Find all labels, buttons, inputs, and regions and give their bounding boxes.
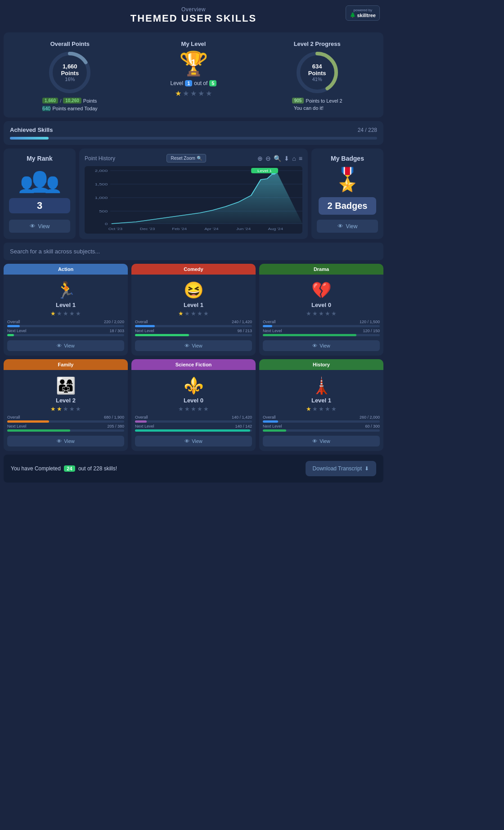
subject-stars: ★★★★★: [306, 406, 337, 412]
subject-stars: ★★★★★: [50, 310, 81, 317]
star-3: ★: [190, 89, 197, 98]
next-level-stat: Next Level 60 / 300: [259, 424, 383, 432]
subject-star-5: ★: [331, 310, 337, 317]
achieved-skills-section: Achieved Skills 24 / 228: [4, 121, 383, 145]
zoom-out-icon[interactable]: ⊖: [266, 155, 271, 162]
zoom-in-icon[interactable]: ⊕: [257, 155, 263, 162]
subject-star-5: ★: [203, 310, 209, 317]
reset-zoom-button[interactable]: Reset Zoom 🔍: [166, 154, 206, 162]
powered-by-badge: powered by 🌲skilltree: [346, 5, 380, 21]
rank-view-button[interactable]: 👁 View: [9, 220, 70, 233]
subject-level: Level 0: [311, 302, 331, 308]
subject-star-1: ★: [50, 310, 56, 317]
subject-level: Level 1: [56, 302, 76, 308]
subject-star-4: ★: [69, 310, 75, 317]
subject-card-history: History 🗼 Level 1 ★★★★★ Overall 260 / 2,…: [259, 359, 383, 451]
svg-marker-14: [112, 172, 302, 224]
overall-stat: Overall 680 / 1,900: [4, 415, 128, 423]
level-indicator: Level 1 out of 5: [171, 80, 217, 86]
my-level-title: My Level: [181, 41, 206, 47]
subject-ribbon: Family: [4, 359, 128, 370]
eye-icon-badges: 👁: [338, 223, 343, 230]
download-transcript-button[interactable]: Download Transcript ⬇: [306, 461, 376, 476]
next-level-stat: Next Level 120 / 150: [259, 329, 383, 336]
subject-star-1: ★: [178, 310, 184, 317]
home-icon[interactable]: ⌂: [292, 155, 296, 162]
subject-view-button[interactable]: 👁 View: [263, 340, 380, 351]
subject-view-button[interactable]: 👁 View: [135, 436, 252, 447]
subject-star-2: ★: [312, 310, 318, 317]
magnify-icon[interactable]: 🔍: [274, 155, 281, 162]
subject-star-1: ★: [178, 406, 184, 412]
subject-icon: 👨‍👩‍👧: [56, 376, 76, 395]
menu-icon[interactable]: ≡: [299, 155, 302, 162]
badges-view-button[interactable]: 👁 View: [317, 220, 378, 233]
subject-card-action: Action 🏃 Level 1 ★★★★★ Overall 220 / 2,0…: [4, 264, 128, 356]
subject-stars: ★★★★★: [178, 406, 209, 412]
next-level-stat: Next Level 140 / 142: [131, 424, 256, 432]
download-icon: ⬇: [364, 465, 369, 472]
points-info: 1,660 / 10,260 Points 640 Points earned …: [42, 98, 97, 111]
subject-stars: ★★★★★: [306, 310, 337, 317]
level2-info: 905 Points to Level 2 You can do it!: [292, 98, 342, 111]
subject-star-3: ★: [63, 310, 68, 317]
trophy-icon: 🏆 1: [179, 50, 208, 77]
rank-title: My Rank: [27, 155, 53, 162]
subject-star-2: ★: [312, 406, 318, 412]
subject-view-button[interactable]: 👁 View: [135, 340, 252, 351]
achieved-label: Achieved Skills: [10, 126, 53, 133]
subject-level: Level 1: [311, 397, 331, 404]
middle-row: My Rank 👤 👤 👤 3 👁 View Point History Res…: [4, 149, 383, 239]
subject-star-3: ★: [191, 310, 196, 317]
svg-text:1,000: 1,000: [95, 196, 108, 200]
star-5: ★: [206, 89, 212, 98]
search-input[interactable]: [4, 243, 383, 260]
svg-text:Dec '23: Dec '23: [140, 227, 155, 230]
subject-grid: Action 🏃 Level 1 ★★★★★ Overall 220 / 2,0…: [4, 264, 383, 451]
achieved-progress-bg: [10, 137, 377, 140]
chart-card: Point History Reset Zoom 🔍 ⊕ ⊖ 🔍 ⬇ ⌂ ≡: [79, 149, 308, 239]
brand-logo: 🌲skilltree: [350, 12, 376, 18]
subject-icon: 🗼: [311, 376, 332, 395]
subject-ribbon: Science Fiction: [131, 359, 256, 370]
overall-points-block: Overall Points 1,660 Points 16% 1,660 / …: [8, 41, 132, 111]
page-title: THEMED USER SKILLS: [9, 13, 378, 24]
subject-ribbon: History: [259, 359, 383, 370]
overall-points-circle: 1,660 Points 16%: [47, 50, 92, 95]
star-2: ★: [183, 89, 189, 98]
overview-label: Overview: [9, 6, 378, 13]
eye-icon-subject: 👁: [57, 343, 62, 348]
chart-area: 2,000 1,500 1,000 500 0 Level 1: [85, 166, 302, 234]
svg-text:2,000: 2,000: [95, 169, 108, 173]
badges-count: 2 Badges: [319, 197, 377, 215]
subject-card-family: Family 👨‍👩‍👧 Level 2 ★★★★★ Overall 680 /…: [4, 359, 128, 451]
subject-star-4: ★: [197, 406, 202, 412]
next-level-stat: Next Level 98 / 213: [131, 329, 256, 336]
achieved-count: 24 / 228: [358, 127, 377, 133]
subject-view-button[interactable]: 👁 View: [263, 436, 380, 447]
badges-title: My Badges: [331, 155, 364, 162]
subject-star-3: ★: [319, 406, 324, 412]
subject-view-button[interactable]: 👁 View: [7, 436, 124, 447]
eye-icon-subject: 👁: [184, 343, 189, 348]
subject-card-drama: Drama 💔 Level 0 ★★★★★ Overall 120 / 1,50…: [259, 264, 383, 356]
footer: You have Completed 24 out of 228 skills!…: [4, 455, 383, 483]
download-icon[interactable]: ⬇: [284, 155, 289, 162]
level2-circle: 634 Points 41%: [295, 50, 340, 95]
eye-icon: 👁: [30, 223, 36, 230]
rank-card: My Rank 👤 👤 👤 3 👁 View: [4, 149, 76, 239]
rank-number: 3: [9, 198, 70, 213]
subject-icon: 🏃: [56, 281, 76, 300]
subject-star-5: ★: [331, 406, 337, 412]
svg-text:Oct '23: Oct '23: [108, 227, 122, 230]
search-section[interactable]: [4, 243, 383, 260]
svg-text:1,500: 1,500: [95, 182, 108, 186]
subject-star-1: ★: [306, 310, 311, 317]
subject-view-button[interactable]: 👁 View: [7, 340, 124, 351]
svg-text:500: 500: [99, 209, 108, 213]
completed-badge: 24: [64, 465, 75, 472]
subject-star-4: ★: [197, 310, 202, 317]
subject-level: Level 0: [184, 397, 203, 404]
subject-star-4: ★: [325, 406, 330, 412]
subject-star-3: ★: [191, 406, 196, 412]
